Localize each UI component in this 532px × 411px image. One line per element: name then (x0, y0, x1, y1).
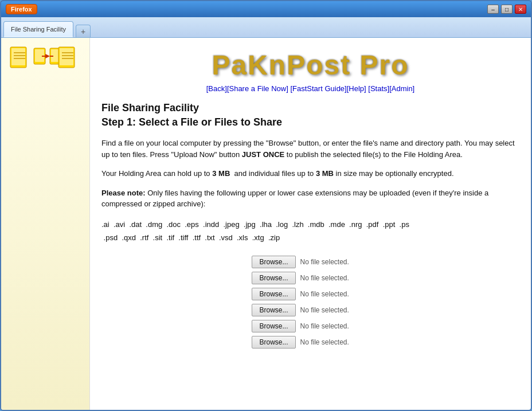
main-content: PaKnPost Pro [Back][Share a File Now] [F… (90, 38, 531, 410)
title-bar-left: Firefox (6, 4, 37, 14)
svg-rect-1 (11, 48, 25, 65)
file-row-1: Browse... No file selected. (101, 256, 519, 268)
svg-marker-9 (45, 54, 50, 58)
browse-button-4[interactable]: Browse... (252, 304, 295, 316)
doc-icon-2[interactable] (57, 46, 78, 69)
nav-faststart[interactable]: [FastStart Guide] (290, 84, 346, 93)
browse-button-5[interactable]: Browse... (252, 320, 295, 332)
file-status-4: No file selected. (300, 306, 369, 314)
title-bar: Firefox – □ ✕ (1, 1, 531, 17)
logo-area: PaKnPost Pro (101, 44, 519, 84)
nav-links: [Back][Share a File Now] [FastStart Guid… (101, 84, 519, 93)
storage-info-paragraph: Your Holding Area can hold up to 3 MB an… (101, 168, 519, 179)
intro-paragraph: Find a file on your local computer by pr… (101, 138, 519, 160)
active-tab[interactable]: File Sharing Facility (3, 21, 73, 37)
note-paragraph: Please note: Only files having the follo… (101, 187, 519, 210)
page-subtitle: Step 1: Select a File or Files to Share (101, 116, 519, 128)
nav-help[interactable]: [Help] (347, 84, 366, 93)
upload-icon[interactable] (33, 46, 54, 69)
svg-rect-13 (60, 48, 73, 65)
browser-window: Firefox – □ ✕ File Sharing Facility + (0, 0, 532, 411)
tab-bar: File Sharing Facility + (1, 17, 531, 38)
file-row-4: Browse... No file selected. (101, 304, 519, 316)
nav-back[interactable]: [Back] (206, 84, 227, 93)
firefox-button[interactable]: Firefox (6, 4, 37, 14)
nav-admin[interactable]: [Admin] (389, 84, 414, 93)
window-controls: – □ ✕ (487, 5, 526, 14)
minimize-button[interactable]: – (487, 5, 499, 14)
close-button[interactable]: ✕ (515, 5, 526, 14)
file-row-2: Browse... No file selected. (101, 272, 519, 284)
page-title: File Sharing Facility (101, 102, 519, 114)
file-status-3: No file selected. (300, 290, 369, 298)
file-row-3: Browse... No file selected. (101, 288, 519, 300)
browse-button-3[interactable]: Browse... (252, 288, 295, 300)
file-row-6: Browse... No file selected. (101, 336, 519, 349)
doc-icon-1[interactable] (9, 46, 30, 69)
file-inputs-container: Browse... No file selected. Browse... No… (101, 256, 519, 349)
restore-button[interactable]: □ (501, 5, 513, 14)
page-layout: PaKnPost Pro [Back][Share a File Now] [F… (1, 38, 531, 410)
new-tab-button[interactable]: + (76, 25, 91, 37)
file-row-5: Browse... No file selected. (101, 320, 519, 332)
sidebar-icons (7, 44, 80, 71)
file-status-1: No file selected. (300, 258, 369, 266)
file-status-5: No file selected. (300, 322, 369, 330)
nav-stats[interactable]: [Stats] (368, 84, 389, 93)
file-status-6: No file selected. (300, 338, 369, 346)
browse-button-6[interactable]: Browse... (252, 336, 295, 349)
nav-share[interactable]: [Share a File Now] (227, 84, 288, 93)
tab-label: File Sharing Facility (11, 26, 66, 33)
browse-button-2[interactable]: Browse... (252, 272, 295, 284)
file-status-2: No file selected. (300, 274, 369, 282)
browse-button-1[interactable]: Browse... (252, 256, 295, 268)
extensions-list: .ai .avi .dat .dmg .doc .eps .indd .jpeg… (101, 218, 519, 245)
sidebar (1, 38, 90, 410)
logo-text: PaKnPost Pro (212, 50, 409, 80)
content-inner: PaKnPost Pro [Back][Share a File Now] [F… (90, 38, 531, 360)
